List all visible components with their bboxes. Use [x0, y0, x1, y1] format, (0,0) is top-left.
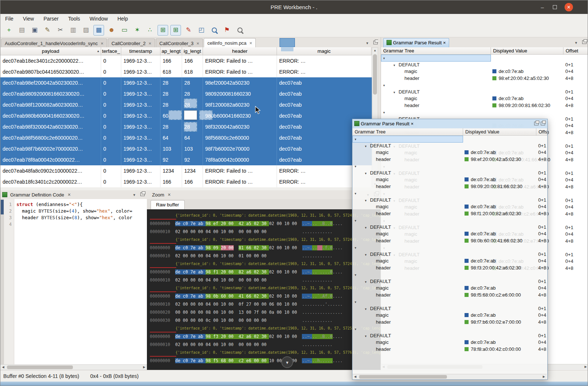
expander-icon[interactable]: ▾: [355, 299, 360, 305]
parse-tree-row[interactable]: ▾: [381, 82, 588, 89]
parse-tree-row[interactable]: ▾: [352, 163, 547, 170]
scroll-right-icon[interactable]: ▶: [583, 364, 588, 370]
hex-line[interactable]: 00000000 de c0 7e ab 98 f5 68 00 c2 e6 0…: [150, 357, 381, 365]
pin-marker-icon[interactable]: ⚑: [222, 25, 232, 36]
parse-tree-row[interactable]: magicde:c0:7e:ab0+4: [352, 176, 547, 183]
expander-icon[interactable]: ▾: [383, 109, 388, 116]
tab-close-icon[interactable]: ×: [101, 41, 104, 46]
menu-view[interactable]: View: [18, 14, 39, 23]
parse-grid-alt-icon[interactable]: ⊞: [170, 25, 181, 36]
annotate-pen-icon[interactable]: ✎: [183, 25, 194, 36]
column-header-ig_lengt[interactable]: ig_lengt: [182, 47, 203, 55]
network-nodes-icon[interactable]: ∴: [145, 25, 155, 36]
table-row[interactable]: dec07eab9809200081660230020…01969-12-3…2…: [0, 88, 372, 99]
expander-icon[interactable]: ▾: [355, 245, 360, 251]
close-window-icon[interactable]: ×: [411, 121, 414, 126]
zoom-view-icon[interactable]: [209, 25, 219, 36]
menu-parser[interactable]: Parser: [39, 14, 63, 23]
hex-line[interactable]: 00000000 de c0 7e ab 98 f1 20 00 82 a6 0…: [150, 268, 381, 276]
hex-line[interactable]: 00000000 de c0 7e ab 98 09 20 00 81 66 0…: [150, 244, 381, 252]
table-row[interactable]: dec07eab18ec3401c2c20000022…01969-12-3…1…: [0, 55, 372, 66]
parse-column-header[interactable]: Grammar Tree: [381, 47, 491, 55]
parse-tree-row[interactable]: header98:ef:20:00:42:a5:02:304+8: [352, 156, 547, 163]
parse-tree-row[interactable]: ▾DEFAULT0+1: [352, 224, 547, 231]
floating-parse-result-window[interactable]: Grammar Parse Result × Grammar TreeDispl…: [352, 119, 548, 380]
debug-bug-icon[interactable]: ✶: [132, 25, 143, 36]
expander-icon[interactable]: ▾: [365, 224, 370, 231]
parse-tree-row[interactable]: header98:f5:68:00:c2:e6:00:004+8: [352, 292, 547, 299]
expander-icon[interactable]: ▾: [383, 55, 388, 62]
parse-column-header[interactable]: Offset: [536, 128, 547, 136]
expander-icon[interactable]: ▾: [383, 82, 388, 89]
tab-close-icon[interactable]: ×: [149, 41, 152, 46]
detach-window-icon[interactable]: [541, 122, 545, 125]
column-header-payload[interactable]: payload▲: [0, 47, 101, 55]
parse-tree-row[interactable]: magicde:c0:7e:ab0+4: [352, 149, 547, 156]
column-header-terface_[interactable]: terface_: [101, 47, 121, 55]
binary-view-icon[interactable]: ▩: [93, 25, 104, 36]
scroll-right-icon[interactable]: ▶: [541, 374, 547, 379]
parse-tree-row[interactable]: magicde:c0:7e:ab0+4: [352, 312, 547, 319]
expander-icon[interactable]: ▾: [355, 190, 360, 197]
search-icon[interactable]: [234, 25, 245, 36]
parse-tree-row[interactable]: ▾: [352, 244, 547, 251]
parse-tree-row[interactable]: ▾DEFAULT0+1: [352, 251, 547, 258]
hex-line[interactable]: 00000000 de c0 7e ab 98 ef 20 00 42 a5 0…: [150, 220, 381, 228]
scroll-up-icon[interactable]: ▲: [372, 48, 378, 53]
clipboard-icon[interactable]: ▤: [16, 25, 27, 36]
column-header-timestamp[interactable]: timestamp: [121, 47, 160, 55]
expander-icon[interactable]: ▾: [355, 217, 360, 224]
hex-line[interactable]: 00000000 de c0 7e ab 98 f3 20 00 42 a6 0…: [150, 332, 381, 341]
parse-tree-row[interactable]: ▾: [352, 298, 547, 305]
expander-icon[interactable]: ▾: [365, 333, 370, 339]
parse-tree-row[interactable]: ▾DEFAULT0+1: [352, 143, 547, 150]
close-panel-icon[interactable]: ×: [168, 192, 171, 198]
scroll-left-icon[interactable]: ◀: [0, 365, 6, 370]
hex-line[interactable]: 00000010 02 00 00 00 04 00 10 00 01 00 0…: [150, 252, 381, 260]
expander-icon[interactable]: ▾: [365, 143, 370, 150]
scrollbar-thumb[interactable]: [359, 375, 447, 379]
parse-tree-row[interactable]: ▾DEFAULT0+1: [352, 197, 547, 204]
expander-icon[interactable]: ▾: [365, 170, 370, 177]
parse-grid-icon[interactable]: ⊞: [158, 25, 168, 36]
parse-column-header[interactable]: Offset: [563, 47, 588, 55]
tab-AudioController_1_handleVocoderInfo_sync[interactable]: AudioController_1_handleVocoderInfo_sync…: [1, 38, 107, 48]
hex-line[interactable]: 00000020 00 00 00 00 08 00 10 00 13 00 7…: [150, 308, 381, 316]
parse-tree-row[interactable]: ▾DEFAULT0+1: [352, 305, 547, 312]
hex-line[interactable]: 00000010 02 00 00 00 04 00 10 00 00 00 0…: [150, 276, 381, 284]
tab-CallController_2[interactable]: CallController_2×: [108, 38, 155, 48]
parse-result-header[interactable]: Grammar Parse Result × ▼: [381, 37, 588, 48]
hex-line[interactable]: 00000010 02 00 00 00 04 00 10 00 0f 27 0…: [150, 300, 381, 308]
table-row[interactable]: dec07eab98f56800c2e60000020…01969-12-3…6…: [0, 132, 372, 143]
parse-tree-row[interactable]: magicde:c0:7e:ab0+4: [352, 285, 547, 292]
detach-panel-icon[interactable]: [373, 41, 378, 44]
parse-tree-row[interactable]: magicde:c0:7e:ab0+4: [352, 339, 547, 346]
menu-help[interactable]: Help: [112, 14, 133, 23]
screen-capture-icon[interactable]: ▭: [119, 25, 130, 36]
parse-tree-row[interactable]: header98:f3:20:00:42:a6:02:304+8: [352, 265, 547, 272]
expander-icon[interactable]: ▾: [355, 163, 360, 170]
expander-icon[interactable]: ▾: [355, 326, 360, 332]
panel-dropdown-icon[interactable]: ▼: [133, 191, 136, 199]
parse-tree-row[interactable]: ▾: [352, 217, 547, 224]
run-person-icon[interactable]: ☻: [106, 25, 117, 36]
parse-tree-row[interactable]: header98:f7:b6:00:02:e7:00:004+8: [352, 319, 547, 326]
zoom-panel-header[interactable]: Zoom × ▼: [147, 190, 381, 199]
parse-tree-row[interactable]: magicde:c0:7e:ab0+4: [352, 231, 547, 238]
parse-tree-row[interactable]: ▾DEFAULT0+1: [381, 89, 588, 96]
parse-tree-row[interactable]: ▾: [381, 109, 588, 116]
minimize-button[interactable]: –: [538, 3, 547, 11]
parse-tree-row[interactable]: ▾DEFAULT0+1: [352, 170, 547, 177]
new-window-icon[interactable]: ◰: [196, 25, 207, 36]
column-header-header[interactable]: header: [203, 47, 277, 55]
table-row[interactable]: dec07eab98ef200042a50230020…01969-12-3…2…: [0, 77, 372, 88]
cut-icon[interactable]: ✂: [55, 25, 66, 36]
parse-tree-row[interactable]: ▾: [352, 326, 547, 332]
parse-column-header[interactable]: Displayed Value: [463, 128, 536, 136]
scrollbar-thumb[interactable]: [373, 54, 377, 95]
new-file-icon[interactable]: +: [4, 25, 14, 36]
grammar-definition-header[interactable]: Grammar Definition Code × ▼: [0, 190, 147, 199]
parse-tree-row[interactable]: ▾DEFAULT0+1: [381, 62, 588, 69]
parse-tree-row[interactable]: header98:09:20:00:81:66:02:304+8: [381, 102, 588, 109]
hex-dump-view[interactable]: {'interface_id': 0, 'timestamp': datetim…: [147, 209, 381, 370]
